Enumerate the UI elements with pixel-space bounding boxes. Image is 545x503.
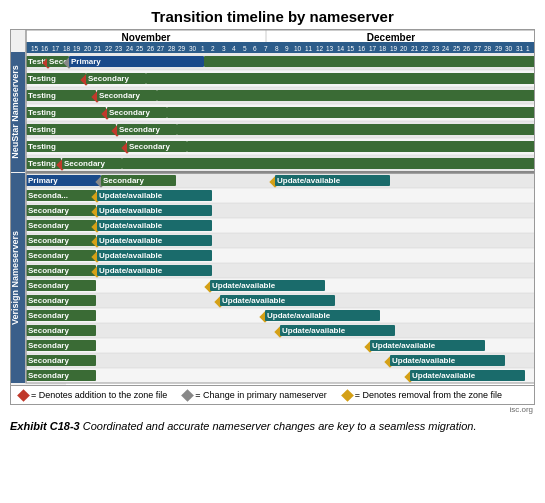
svg-text:Secondary: Secondary xyxy=(28,371,69,380)
chart-area: NeuStar Nameservers Verisign Nameservers… xyxy=(10,29,535,405)
svg-text:19: 19 xyxy=(390,45,398,52)
svg-text:Secondary: Secondary xyxy=(28,341,69,350)
svg-text:17: 17 xyxy=(369,45,377,52)
svg-text:8: 8 xyxy=(275,45,279,52)
legend-gray-label: = Change in primary nameserver xyxy=(195,390,326,400)
svg-text:Testing: Testing xyxy=(28,91,56,100)
svg-text:24: 24 xyxy=(442,45,450,52)
svg-text:30: 30 xyxy=(189,45,197,52)
svg-text:Secondary: Secondary xyxy=(64,159,105,168)
svg-text:Update/available: Update/available xyxy=(392,356,456,365)
svg-text:Secondary: Secondary xyxy=(28,281,69,290)
svg-text:21: 21 xyxy=(94,45,102,52)
svg-rect-95 xyxy=(146,73,534,84)
svg-text:Update/available: Update/available xyxy=(99,266,163,275)
svg-text:Secondary: Secondary xyxy=(28,296,69,305)
legend-item-yellow: = Denotes removal from the zone file xyxy=(343,390,502,400)
svg-text:19: 19 xyxy=(73,45,81,52)
svg-text:1: 1 xyxy=(201,45,205,52)
svg-text:13: 13 xyxy=(326,45,334,52)
legend-item-red: = Denotes addition to the zone file xyxy=(19,390,167,400)
svg-text:Primary: Primary xyxy=(28,176,58,185)
svg-text:18: 18 xyxy=(379,45,387,52)
svg-text:18: 18 xyxy=(63,45,71,52)
caption: Exhibit C18-3 Coordinated and accurate n… xyxy=(10,414,535,434)
svg-rect-107 xyxy=(167,107,534,118)
svg-text:27: 27 xyxy=(157,45,165,52)
svg-rect-125 xyxy=(122,158,534,169)
svg-text:Update/available: Update/available xyxy=(99,221,163,230)
svg-text:22: 22 xyxy=(421,45,429,52)
svg-text:Update/available: Update/available xyxy=(99,251,163,260)
svg-text:Secondary: Secondary xyxy=(28,236,69,245)
svg-text:Update/available: Update/available xyxy=(222,296,286,305)
svg-text:11: 11 xyxy=(305,45,313,52)
svg-text:Primary: Primary xyxy=(71,57,101,66)
svg-text:Update/available: Update/available xyxy=(277,176,341,185)
svg-text:Update/available: Update/available xyxy=(267,311,331,320)
svg-text:27: 27 xyxy=(474,45,482,52)
svg-text:3: 3 xyxy=(222,45,226,52)
svg-text:Secondary: Secondary xyxy=(28,356,69,365)
svg-text:November: November xyxy=(122,32,171,43)
svg-text:24: 24 xyxy=(126,45,134,52)
gantt-wrapper: NeuStar Nameservers Verisign Nameservers… xyxy=(11,30,534,385)
svg-text:12: 12 xyxy=(316,45,324,52)
svg-text:25: 25 xyxy=(136,45,144,52)
svg-text:29: 29 xyxy=(495,45,503,52)
svg-rect-119 xyxy=(187,141,534,152)
svg-text:Update/available: Update/available xyxy=(212,281,276,290)
chart-container: Transition timeline by nameserver NeuSta… xyxy=(0,0,545,440)
svg-text:10: 10 xyxy=(294,45,302,52)
svg-text:Update/available: Update/available xyxy=(99,206,163,215)
svg-text:Secondary: Secondary xyxy=(28,266,69,275)
svg-text:7: 7 xyxy=(264,45,268,52)
svg-text:Update/available: Update/available xyxy=(282,326,346,335)
svg-text:Secondary: Secondary xyxy=(28,206,69,215)
svg-text:Verisign Nameservers: Verisign Nameservers xyxy=(11,231,20,325)
svg-text:Secondary: Secondary xyxy=(119,125,160,134)
svg-text:Secondary: Secondary xyxy=(103,176,144,185)
svg-text:Secondary: Secondary xyxy=(28,251,69,260)
svg-text:Testing: Testing xyxy=(28,142,56,151)
svg-text:23: 23 xyxy=(115,45,123,52)
legend-item-gray: = Change in primary nameserver xyxy=(183,390,326,400)
caption-bold: Exhibit C18-3 xyxy=(10,420,80,432)
svg-text:Testing: Testing xyxy=(28,125,56,134)
svg-text:17: 17 xyxy=(52,45,60,52)
svg-text:26: 26 xyxy=(463,45,471,52)
svg-text:23: 23 xyxy=(432,45,440,52)
svg-text:20: 20 xyxy=(84,45,92,52)
svg-text:Seconda...: Seconda... xyxy=(28,191,68,200)
svg-text:Update/available: Update/available xyxy=(372,341,436,350)
svg-text:26: 26 xyxy=(147,45,155,52)
svg-text:Secondary: Secondary xyxy=(28,311,69,320)
svg-text:1: 1 xyxy=(526,45,530,52)
svg-text:29: 29 xyxy=(178,45,186,52)
svg-text:Secondary: Secondary xyxy=(88,74,129,83)
svg-text:Update/available: Update/available xyxy=(99,191,163,200)
svg-text:Secondary: Secondary xyxy=(99,91,140,100)
legend: = Denotes addition to the zone file = Ch… xyxy=(11,385,534,404)
svg-text:Secondary: Secondary xyxy=(129,142,170,151)
svg-text:Secondary: Secondary xyxy=(28,326,69,335)
svg-text:Update/available: Update/available xyxy=(99,236,163,245)
caption-text: Coordinated and accurate nameserver chan… xyxy=(80,420,477,432)
svg-rect-113 xyxy=(177,124,534,135)
svg-text:December: December xyxy=(367,32,415,43)
svg-text:6: 6 xyxy=(253,45,257,52)
svg-text:22: 22 xyxy=(105,45,113,52)
svg-text:2: 2 xyxy=(211,45,215,52)
svg-text:Update/available: Update/available xyxy=(412,371,476,380)
svg-text:14: 14 xyxy=(337,45,345,52)
svg-text:31: 31 xyxy=(516,45,524,52)
chart-title: Transition timeline by nameserver xyxy=(10,8,535,25)
svg-rect-89 xyxy=(204,56,534,67)
svg-rect-101 xyxy=(157,90,534,101)
svg-text:21: 21 xyxy=(411,45,419,52)
svg-text:20: 20 xyxy=(400,45,408,52)
svg-text:NeuStar Nameservers: NeuStar Nameservers xyxy=(11,65,20,159)
svg-text:15: 15 xyxy=(31,45,39,52)
svg-text:28: 28 xyxy=(484,45,492,52)
svg-text:9: 9 xyxy=(285,45,289,52)
